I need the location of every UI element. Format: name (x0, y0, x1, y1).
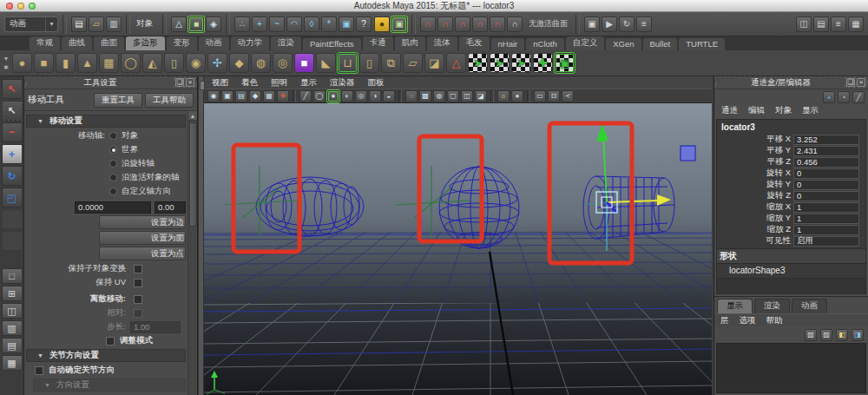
layer-tab-2[interactable]: 动画 (792, 299, 827, 313)
select-camera-icon[interactable]: ◉ (207, 90, 220, 102)
select-by-object-icon[interactable]: ■ (188, 16, 204, 32)
shelf-tab-10[interactable]: 肌肉 (395, 36, 425, 50)
channel-value-field[interactable]: 0.456 (793, 157, 859, 168)
snap-to-points-icon[interactable]: ∩ (455, 16, 470, 32)
shelf-tab-5[interactable]: 动画 (199, 36, 229, 50)
xray-icon[interactable]: ◫ (461, 90, 473, 102)
snap-to-projected-center-icon[interactable]: ∩ (472, 16, 488, 32)
poly-sphere-icon[interactable]: ● (12, 53, 32, 73)
status-separator[interactable] (62, 15, 67, 34)
scale-tool[interactable]: ◰ (2, 188, 23, 207)
smooth-mesh-icon[interactable]: ◍ (251, 53, 271, 73)
move-tool[interactable]: + (2, 144, 23, 164)
shelf-tab-14[interactable]: nCloth (526, 38, 563, 50)
mask-points-icon[interactable]: ∴ (234, 16, 250, 32)
poly-pyramid-icon[interactable]: ◭ (142, 53, 162, 73)
radio-object-axis[interactable] (109, 132, 117, 140)
film-gate-icon[interactable]: ▭ (534, 90, 546, 102)
layer-list[interactable] (716, 343, 866, 393)
poly-cone-icon[interactable]: ▲ (77, 53, 97, 73)
viewport-menu-4[interactable]: 渲染器 (330, 77, 355, 89)
viewport-menu-3[interactable]: 显示 (300, 77, 317, 89)
radio-custom-axis[interactable] (109, 188, 117, 195)
subdiv-proxy-icon[interactable]: ◎ (273, 53, 293, 73)
detach-panel-icon[interactable]: ❏ (846, 78, 855, 87)
new-empty-layer-icon[interactable]: ◧ (836, 329, 848, 341)
status-separator[interactable] (411, 15, 416, 34)
shelf-tab-9[interactable]: 卡通 (363, 36, 393, 50)
poly-plane-icon[interactable]: ▦ (99, 53, 119, 73)
shape-node-name[interactable]: locatorShape3 (717, 264, 865, 279)
close-panel-icon[interactable]: × (857, 78, 865, 87)
mask-dynamics-icon[interactable]: * (321, 16, 337, 32)
channel-box-menu-3[interactable]: 显示 (802, 105, 819, 116)
triangulate-icon[interactable]: ◣ (316, 53, 336, 73)
orient-settings-section[interactable]: ▼ 方向设置 (33, 379, 186, 392)
select-tool[interactable]: ↖ (2, 79, 23, 99)
sculpt-geometry-icon[interactable]: ✚ (533, 53, 553, 73)
set-to-edge-button[interactable]: 设置为边 (99, 215, 186, 229)
layout-hypershade-persp[interactable]: ▦ (2, 355, 23, 371)
isolate-select-icon[interactable]: ▢ (447, 90, 459, 102)
move-settings-section[interactable]: ▼ 移动设置 (26, 115, 186, 128)
layout-graph-persp[interactable]: ▤ (2, 338, 23, 353)
screen-space-ao-icon[interactable]: ◒ (383, 90, 395, 102)
channel-value-field[interactable]: 0 (793, 168, 859, 179)
shelf-tab-2[interactable]: 曲面 (94, 36, 124, 50)
set-to-face-button[interactable]: 设置为面 (99, 231, 186, 245)
selection-mask-dropdown[interactable]: 对象 (135, 18, 158, 30)
channel-value-field[interactable]: 启用 (793, 236, 859, 247)
key-speed-icon[interactable]: ◔ (838, 91, 850, 103)
shelf-tab-13[interactable]: nHair (491, 38, 525, 50)
shelf-tab-0[interactable]: 常规 (30, 36, 60, 50)
shelf-tab-12[interactable]: 毛发 (459, 36, 490, 50)
channel-value-field[interactable]: 1 (793, 225, 859, 235)
shelf-tab-15[interactable]: 自定义 (566, 36, 605, 50)
viewport-menu-2[interactable]: 照明 (271, 77, 287, 89)
close-window-button[interactable] (6, 3, 13, 10)
use-all-lights-icon[interactable]: ◎ (355, 90, 367, 102)
cut-faces-icon[interactable]: ◪ (424, 53, 444, 73)
mask-misc-icon[interactable]: ? (356, 16, 372, 32)
2d-pan-zoom-icon[interactable]: ✥ (277, 90, 289, 102)
shelf-tab-18[interactable]: TURTLE (679, 38, 725, 50)
channel-box-menu-1[interactable]: 编辑 (748, 105, 765, 116)
shelf-tab-4[interactable]: 变形 (167, 36, 197, 50)
channel-value-field[interactable]: 2.431 (793, 146, 859, 156)
zoom-window-button[interactable] (29, 3, 36, 10)
tool-help-button[interactable]: 工具帮助 (145, 93, 194, 108)
mask-handles-icon[interactable]: + (252, 16, 267, 32)
mask-curves-icon[interactable]: ~ (269, 16, 285, 32)
layout-four-pane[interactable]: ⊞ (2, 286, 23, 301)
poly-torus-icon[interactable]: ◯ (121, 53, 141, 73)
menu-set-dropdown[interactable]: 动画 ▾ (4, 16, 58, 32)
snap-to-view-planes-icon[interactable]: ∩ (490, 16, 505, 32)
layer-menu-1[interactable]: 选项 (740, 315, 756, 326)
shelf-tab-16[interactable]: XGen (606, 38, 641, 50)
poly-edit-icon[interactable]: ✢ (207, 53, 227, 73)
resolution-gate-icon[interactable]: ⊡ (548, 90, 560, 102)
preserve-child-checkbox[interactable] (134, 265, 142, 273)
exposure-icon[interactable]: ☼ (497, 90, 510, 102)
radio-live-object-axis[interactable] (109, 174, 117, 181)
mask-deformers-icon[interactable]: ◊ (304, 16, 319, 32)
status-separator[interactable] (575, 15, 580, 34)
snap-to-grids-icon[interactable]: ∩ (420, 16, 436, 32)
channel-value-field[interactable]: 1 (793, 202, 859, 213)
new-layer-from-selected-icon[interactable]: ◨ (852, 329, 864, 341)
scroll-up-icon[interactable]: ▲ (188, 111, 198, 121)
shelf-tab-17[interactable]: Bullet (643, 38, 678, 50)
relative-checkbox[interactable] (134, 309, 142, 318)
shelf-tab-6[interactable]: 动力学 (231, 36, 270, 50)
depth-of-field-icon[interactable]: ◍ (433, 90, 445, 102)
open-scene-icon[interactable]: ▱ (89, 16, 104, 32)
lock-selection-icon[interactable]: ● (374, 16, 390, 32)
smooth-proxy-icon[interactable]: ➤ (468, 53, 488, 73)
select-by-component-icon[interactable]: ◈ (206, 16, 221, 32)
channel-box-titlebar[interactable]: 通道盒/层编辑器 ❏ × (714, 76, 868, 89)
shadows-icon[interactable]: ◑ (369, 90, 381, 102)
highlight-selection-icon[interactable]: ▣ (391, 16, 407, 32)
layer-menu-2[interactable]: 帮助 (766, 315, 783, 326)
shelf-tab-3[interactable]: 多边形 (126, 36, 165, 50)
shelf-gear-icon[interactable]: ✱ (3, 64, 9, 70)
